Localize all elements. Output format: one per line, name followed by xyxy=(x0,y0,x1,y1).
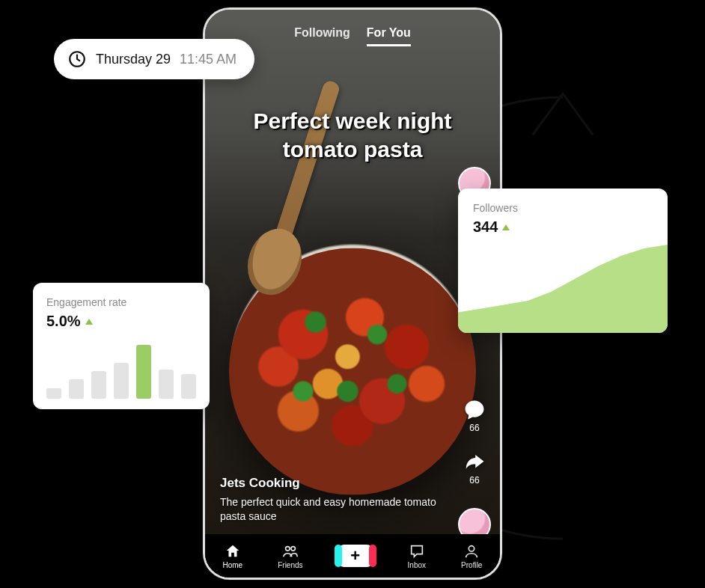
followers-area-chart xyxy=(458,243,668,333)
nav-friends-label: Friends xyxy=(278,561,302,569)
nav-home-label: Home xyxy=(223,561,243,569)
nav-friends[interactable]: Friends xyxy=(278,543,302,569)
followers-value: 344 xyxy=(473,218,498,236)
nav-profile-label: Profile xyxy=(461,561,482,569)
engagement-bar-chart xyxy=(46,340,196,399)
video-description: The perfect quick and easy homemade toma… xyxy=(220,495,440,524)
trend-up-icon xyxy=(502,224,510,230)
comment-icon xyxy=(463,399,486,421)
nav-create-button[interactable]: + xyxy=(338,545,373,567)
engagement-value: 5.0% xyxy=(46,313,81,330)
engagement-label: Engagement rate xyxy=(46,296,196,308)
share-count: 66 xyxy=(469,475,479,486)
nav-inbox-label: Inbox xyxy=(408,561,426,569)
comment-button[interactable]: 66 xyxy=(463,399,486,433)
bar xyxy=(114,363,129,399)
profile-icon xyxy=(463,543,480,560)
bar xyxy=(159,370,174,399)
engagement-card[interactable]: Engagement rate 5.0% xyxy=(33,283,210,409)
schedule-time: 11:45 AM xyxy=(180,52,236,67)
inbox-icon xyxy=(409,543,425,560)
home-icon xyxy=(225,543,241,560)
bar xyxy=(136,345,151,399)
nav-home[interactable]: Home xyxy=(223,543,243,569)
bottom-nav: Home Friends + Inbox Profile xyxy=(205,534,500,578)
followers-label: Followers xyxy=(473,202,653,214)
comment-count: 66 xyxy=(469,423,479,433)
friends-icon xyxy=(282,543,299,560)
nav-profile[interactable]: Profile xyxy=(461,543,482,569)
tab-following[interactable]: Following xyxy=(294,26,350,46)
tab-for-you[interactable]: For You xyxy=(367,26,411,46)
bar xyxy=(69,379,84,399)
clock-icon xyxy=(67,49,87,69)
schedule-pill[interactable]: Thursday 29 11:45 AM xyxy=(54,39,254,79)
creator-username[interactable]: Jets Cooking xyxy=(220,476,440,491)
share-icon xyxy=(463,451,486,474)
plus-icon: + xyxy=(350,548,360,564)
phone-mockup: Following For You Perfect week night tom… xyxy=(203,7,502,580)
video-caption: Jets Cooking The perfect quick and easy … xyxy=(220,476,440,524)
trend-up-icon xyxy=(85,319,93,325)
schedule-day: Thursday 29 xyxy=(96,52,171,67)
nav-inbox[interactable]: Inbox xyxy=(408,543,426,569)
bar xyxy=(91,371,106,399)
video-overlay-title: Perfect week night tomato pasta xyxy=(205,107,500,163)
bar xyxy=(46,388,61,399)
feed-tabs: Following For You xyxy=(205,26,500,46)
followers-card[interactable]: Followers 344 xyxy=(458,189,668,333)
share-button[interactable]: 66 xyxy=(463,451,486,486)
bar xyxy=(181,374,196,399)
